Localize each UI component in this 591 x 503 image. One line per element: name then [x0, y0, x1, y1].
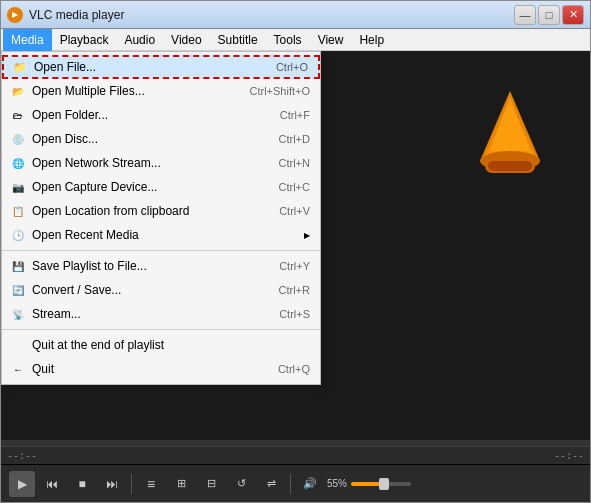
controls-bar: ▶ ⏮ ■ ⏭ ≡ ⊞ ⊟ ↺ ⇌ 🔊 55%: [1, 464, 590, 502]
separator-v2: [290, 474, 291, 494]
folder-multi-icon: 📂: [10, 83, 26, 99]
menu-bar: Media Playback Audio Video Subtitle Tool…: [1, 29, 590, 51]
open-folder-shortcut: Ctrl+F: [280, 109, 310, 121]
capture-icon: 📷: [10, 179, 26, 195]
menu-subtitle[interactable]: Subtitle: [210, 29, 266, 51]
toggle-playlist-button[interactable]: ≡: [138, 471, 164, 497]
folder-icon: [12, 59, 28, 75]
open-disc-label: Open Disc...: [32, 132, 259, 146]
disc-icon: 💿: [10, 131, 26, 147]
stream-shortcut: Ctrl+S: [279, 308, 310, 320]
open-capture-shortcut: Ctrl+C: [279, 181, 310, 193]
save-playlist-label: Save Playlist to File...: [32, 259, 259, 273]
convert-icon: 🔄: [10, 282, 26, 298]
loop-button[interactable]: ↺: [228, 471, 254, 497]
submenu-arrow: ▶: [304, 231, 310, 240]
menu-open-folder[interactable]: 🗁 Open Folder... Ctrl+F: [2, 103, 320, 127]
open-location-label: Open Location from clipboard: [32, 204, 259, 218]
shuffle-button[interactable]: ⇌: [258, 471, 284, 497]
volume-label: 55%: [327, 478, 347, 489]
mute-button[interactable]: 🔊: [297, 471, 323, 497]
separator-2: [2, 329, 320, 330]
bottom-bar: --:-- --:--: [1, 446, 590, 464]
save-playlist-icon: 💾: [10, 258, 26, 274]
open-network-label: Open Network Stream...: [32, 156, 259, 170]
svg-rect-5: [488, 161, 532, 171]
content-area: Open File... Ctrl+O 📂 Open Multiple File…: [1, 51, 590, 440]
stream-icon: 📡: [10, 306, 26, 322]
menu-open-capture[interactable]: 📷 Open Capture Device... Ctrl+C: [2, 175, 320, 199]
menu-open-multiple[interactable]: 📂 Open Multiple Files... Ctrl+Shift+O: [2, 79, 320, 103]
quit-end-label: Quit at the end of playlist: [32, 338, 290, 352]
time-left: --:--: [7, 450, 37, 461]
menu-quit[interactable]: ← Quit Ctrl+Q: [2, 357, 320, 381]
recent-icon: 🕒: [10, 227, 26, 243]
open-file-shortcut: Ctrl+O: [276, 61, 308, 73]
menu-video[interactable]: Video: [163, 29, 209, 51]
window-title: VLC media player: [29, 8, 514, 22]
minimize-button[interactable]: —: [514, 5, 536, 25]
stop-button[interactable]: ■: [69, 471, 95, 497]
open-network-shortcut: Ctrl+N: [279, 157, 310, 169]
quit-end-icon: [10, 337, 26, 353]
menu-open-disc[interactable]: 💿 Open Disc... Ctrl+D: [2, 127, 320, 151]
seek-bar[interactable]: [1, 440, 590, 446]
volume-handle: [379, 478, 389, 490]
stream-label: Stream...: [32, 307, 259, 321]
menu-convert-save[interactable]: 🔄 Convert / Save... Ctrl+R: [2, 278, 320, 302]
folder2-icon: 🗁: [10, 107, 26, 123]
convert-save-label: Convert / Save...: [32, 283, 259, 297]
extended-settings-button[interactable]: ⊞: [168, 471, 194, 497]
menu-quit-end[interactable]: Quit at the end of playlist: [2, 333, 320, 357]
menu-open-location[interactable]: 📋 Open Location from clipboard Ctrl+V: [2, 199, 320, 223]
volume-section: 🔊 55%: [297, 471, 411, 497]
clipboard-icon: 📋: [10, 203, 26, 219]
menu-audio[interactable]: Audio: [116, 29, 163, 51]
menu-open-file[interactable]: Open File... Ctrl+O: [2, 55, 320, 79]
time-right: --:--: [554, 450, 584, 461]
separator-1: [2, 250, 320, 251]
menu-playback[interactable]: Playback: [52, 29, 117, 51]
quit-icon: ←: [10, 361, 26, 377]
prev-button[interactable]: ⏮: [39, 471, 65, 497]
play-button[interactable]: ▶: [9, 471, 35, 497]
media-dropdown-menu: Open File... Ctrl+O 📂 Open Multiple File…: [1, 51, 321, 385]
menu-open-network[interactable]: 🌐 Open Network Stream... Ctrl+N: [2, 151, 320, 175]
close-button[interactable]: ✕: [562, 5, 584, 25]
menu-view[interactable]: View: [310, 29, 352, 51]
save-playlist-shortcut: Ctrl+Y: [279, 260, 310, 272]
open-location-shortcut: Ctrl+V: [279, 205, 310, 217]
window-controls: — □ ✕: [514, 5, 584, 25]
open-multiple-shortcut: Ctrl+Shift+O: [249, 85, 310, 97]
quit-shortcut: Ctrl+Q: [278, 363, 310, 375]
maximize-button[interactable]: □: [538, 5, 560, 25]
menu-media[interactable]: Media: [3, 29, 52, 51]
open-recent-label: Open Recent Media: [32, 228, 304, 242]
quit-label: Quit: [32, 362, 258, 376]
open-multiple-label: Open Multiple Files...: [32, 84, 229, 98]
menu-save-playlist[interactable]: 💾 Save Playlist to File... Ctrl+Y: [2, 254, 320, 278]
menu-stream[interactable]: 📡 Stream... Ctrl+S: [2, 302, 320, 326]
open-capture-label: Open Capture Device...: [32, 180, 259, 194]
menu-help[interactable]: Help: [351, 29, 392, 51]
separator-v1: [131, 474, 132, 494]
next-button[interactable]: ⏭: [99, 471, 125, 497]
network-icon: 🌐: [10, 155, 26, 171]
open-disc-shortcut: Ctrl+D: [279, 133, 310, 145]
vlc-icon: [7, 7, 23, 23]
frame-button[interactable]: ⊟: [198, 471, 224, 497]
vlc-cone: [470, 91, 550, 181]
vlc-window: VLC media player — □ ✕ Media Playback Au…: [0, 0, 591, 503]
open-file-label: Open File...: [34, 60, 256, 74]
menu-open-recent[interactable]: 🕒 Open Recent Media ▶: [2, 223, 320, 247]
title-bar: VLC media player — □ ✕: [1, 1, 590, 29]
open-folder-label: Open Folder...: [32, 108, 260, 122]
svg-marker-3: [490, 96, 530, 151]
menu-tools[interactable]: Tools: [266, 29, 310, 51]
convert-save-shortcut: Ctrl+R: [279, 284, 310, 296]
volume-slider[interactable]: [351, 482, 411, 486]
